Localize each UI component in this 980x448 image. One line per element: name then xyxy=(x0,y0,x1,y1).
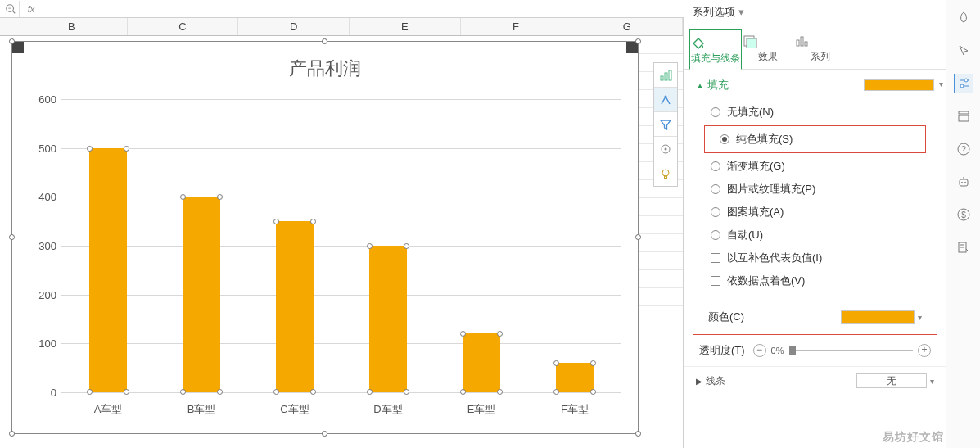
y-tick-label: 300 xyxy=(29,240,56,252)
form-icon[interactable] xyxy=(954,238,973,257)
svg-line-1 xyxy=(12,11,15,13)
bar[interactable] xyxy=(183,197,220,392)
name-box-dropdown[interactable] xyxy=(2,1,20,17)
bar[interactable] xyxy=(89,148,127,392)
line-section[interactable]: ▶ 线条 无 ▾ xyxy=(684,366,946,395)
chevron-down-icon[interactable]: ▾ xyxy=(918,313,922,322)
x-tick-label: C车型 xyxy=(250,402,340,417)
color-swatch[interactable] xyxy=(841,310,915,324)
series-selector[interactable]: 系列选项▾ xyxy=(684,0,946,25)
watermark: 易坊好文馆 xyxy=(883,430,944,445)
svg-point-25 xyxy=(961,182,963,183)
layout-icon[interactable] xyxy=(954,106,973,126)
opt-pattern-fill[interactable]: 图案填充(A) xyxy=(696,201,934,224)
y-tick-label: 200 xyxy=(29,288,56,301)
transparency-row: 透明度(T) − 0% + xyxy=(684,335,946,366)
x-tick-label: B车型 xyxy=(156,402,246,417)
color-picker-row[interactable]: 颜色(C) ▾ xyxy=(693,301,937,333)
opt-solid-fill[interactable]: 纯色填充(S) xyxy=(705,128,925,151)
y-tick-label: 600 xyxy=(29,93,56,106)
svg-point-19 xyxy=(960,84,964,88)
fx-label: fx xyxy=(21,4,41,14)
check-vary-by-point[interactable]: 依数据点着色(V) xyxy=(696,269,934,292)
tab-series[interactable]: 系列 xyxy=(794,29,847,69)
properties-panel: 属性▾ ⇱ ✕ 系列选项▾ 填充与线条 效果 系列 xyxy=(684,0,946,430)
col-header[interactable]: C xyxy=(128,18,239,35)
svg-point-6 xyxy=(665,95,667,97)
svg-point-17 xyxy=(964,79,968,82)
cursor-icon[interactable] xyxy=(954,41,973,61)
svg-rect-20 xyxy=(959,111,969,114)
chart-tool-strip xyxy=(653,62,678,187)
chart-style-icon[interactable] xyxy=(654,88,677,112)
transparency-label: 透明度(T) xyxy=(699,343,745,358)
chart-settings-icon[interactable] xyxy=(654,137,677,161)
row-header-corner[interactable] xyxy=(0,18,16,35)
svg-rect-4 xyxy=(665,73,667,80)
chart-title[interactable]: 产品利润 xyxy=(12,42,638,81)
formula-bar: fx xyxy=(0,0,684,18)
transparency-value: 0% xyxy=(771,346,784,355)
chart-filter-icon[interactable] xyxy=(654,112,677,137)
check-invert-negative[interactable]: 以互补色代表负值(I) xyxy=(696,247,934,269)
increase-button[interactable]: + xyxy=(918,344,931,357)
bar[interactable] xyxy=(463,333,500,392)
y-tick-label: 500 xyxy=(29,142,56,154)
settings-slider-icon[interactable] xyxy=(954,74,973,93)
svg-rect-3 xyxy=(661,76,663,80)
col-header[interactable]: F xyxy=(461,18,572,35)
currency-icon[interactable]: $ xyxy=(954,205,973,224)
col-header[interactable]: D xyxy=(238,18,350,35)
bar[interactable] xyxy=(369,246,407,392)
right-icon-rail: ? $ xyxy=(946,0,980,448)
robot-icon[interactable] xyxy=(954,172,973,192)
formula-input[interactable] xyxy=(43,2,684,16)
col-header[interactable]: B xyxy=(16,18,128,35)
y-tick-label: 100 xyxy=(29,337,56,350)
x-tick-label: A车型 xyxy=(63,402,153,417)
opt-gradient-fill[interactable]: 渐变填充(G) xyxy=(696,155,934,178)
x-tick-label: D车型 xyxy=(343,402,433,417)
line-style-select[interactable]: 无 xyxy=(856,373,927,388)
tab-fill-line[interactable]: 填充与线条 xyxy=(689,29,742,70)
column-headers: B C D E F G xyxy=(0,18,683,36)
svg-text:?: ? xyxy=(961,145,966,154)
prop-tabs: 填充与线条 效果 系列 xyxy=(684,25,946,70)
chart-idea-icon[interactable] xyxy=(654,161,677,186)
help-icon[interactable]: ? xyxy=(954,139,973,159)
svg-rect-14 xyxy=(801,37,803,46)
effect-icon xyxy=(742,34,794,50)
chevron-down-icon[interactable]: ▾ xyxy=(930,377,934,386)
opt-no-fill[interactable]: 无填充(N) xyxy=(696,101,934,124)
svg-rect-21 xyxy=(959,115,969,121)
svg-point-8 xyxy=(665,147,667,150)
svg-rect-24 xyxy=(960,179,968,186)
chart-plot-area[interactable]: 0100200300400500600A车型B车型C车型D车型E车型F车型 xyxy=(61,99,621,392)
y-tick-label: 400 xyxy=(29,191,56,203)
fill-section-header[interactable]: ▲ 填充 xyxy=(696,78,934,93)
svg-point-26 xyxy=(964,182,966,183)
opt-auto-fill[interactable]: 自动(U) xyxy=(696,224,934,247)
svg-rect-10 xyxy=(665,176,667,179)
sheet-area: B C D E F G 产品利润 0100200300400500600A车型B… xyxy=(0,18,684,448)
series-icon xyxy=(794,34,847,50)
col-header[interactable]: E xyxy=(350,18,461,35)
fill-preview-swatch[interactable] xyxy=(864,79,934,91)
tab-effect[interactable]: 效果 xyxy=(742,29,794,69)
chart-object[interactable]: 产品利润 0100200300400500600A车型B车型C车型D车型E车型F… xyxy=(11,41,639,434)
col-header[interactable]: G xyxy=(571,18,683,35)
bar[interactable] xyxy=(276,221,314,392)
x-tick-label: E车型 xyxy=(436,402,526,417)
chart-elements-icon[interactable] xyxy=(654,63,677,88)
svg-rect-12 xyxy=(747,38,756,48)
triangle-down-icon: ▲ xyxy=(696,81,704,90)
y-tick-label: 0 xyxy=(29,387,56,399)
svg-text:$: $ xyxy=(961,210,966,219)
svg-point-9 xyxy=(662,170,669,176)
rocket-icon[interactable] xyxy=(954,8,973,28)
paint-bucket-icon xyxy=(690,35,741,52)
opt-picture-fill[interactable]: 图片或纹理填充(P) xyxy=(696,178,934,201)
bar[interactable] xyxy=(556,363,594,392)
decrease-button[interactable]: − xyxy=(753,344,766,357)
transparency-slider[interactable] xyxy=(789,350,913,351)
